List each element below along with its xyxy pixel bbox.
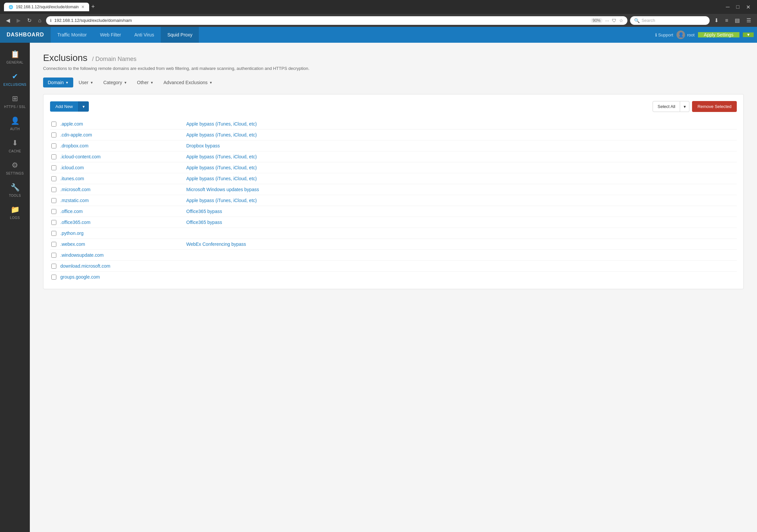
domain-row: download.microsoft.com bbox=[50, 261, 737, 272]
domain-description: Apple bypass (iTunes, iCloud, etc) bbox=[186, 198, 257, 203]
domain-name[interactable]: groups.google.com bbox=[60, 274, 186, 280]
tools-icon: 🔧 bbox=[11, 183, 20, 192]
sidebar-toggle-button[interactable]: ▤ bbox=[733, 16, 742, 25]
domain-name[interactable]: .dropbox.com bbox=[60, 143, 186, 148]
domain-row: .python.org bbox=[50, 228, 737, 239]
tab-user[interactable]: User ▼ bbox=[74, 78, 98, 87]
domain-checkbox[interactable] bbox=[51, 231, 56, 236]
menu-button[interactable]: ☰ bbox=[744, 16, 753, 25]
domain-row: groups.google.com bbox=[50, 272, 737, 282]
forward-button[interactable]: ▶ bbox=[15, 16, 23, 25]
domain-name[interactable]: .cdn-apple.com bbox=[60, 132, 186, 137]
tabs: Domain ▼ User ▼ Category ▼ Other ▼ Advan… bbox=[43, 78, 744, 87]
library-button[interactable]: ≡ bbox=[723, 16, 730, 25]
tab-advanced-exclusions[interactable]: Advanced Exclusions ▼ bbox=[159, 78, 217, 87]
tab-other[interactable]: Other ▼ bbox=[132, 78, 158, 87]
select-all-arrow-button[interactable]: ▼ bbox=[680, 101, 689, 112]
domain-description: Office365 bypass bbox=[186, 220, 222, 225]
cache-icon: ⬇ bbox=[12, 139, 18, 147]
tab-domain-arrow: ▼ bbox=[65, 81, 69, 84]
reload-button[interactable]: ↻ bbox=[25, 16, 33, 25]
sidebar-item-logs[interactable]: 📁 LOGS bbox=[0, 201, 30, 224]
domain-checkbox[interactable] bbox=[51, 220, 56, 225]
add-new-arrow-button[interactable]: ▼ bbox=[78, 101, 89, 112]
tab-user-arrow: ▼ bbox=[90, 81, 93, 84]
nav-anti-virus[interactable]: Anti Virus bbox=[128, 27, 161, 43]
domain-row: .office.comOffice365 bypass bbox=[50, 206, 737, 217]
sidebar-item-general[interactable]: 📋 GENERAL bbox=[0, 46, 30, 68]
sidebar-item-exclusions[interactable]: ✔ EXCLUSIONS bbox=[0, 68, 30, 90]
domain-checkbox[interactable] bbox=[51, 253, 56, 258]
tab-domain[interactable]: Domain ▼ bbox=[43, 78, 73, 87]
auth-icon: 👤 bbox=[11, 117, 20, 125]
home-button[interactable]: ⌂ bbox=[36, 16, 43, 25]
url-bar[interactable]: ℹ 192.168.1.12/squid/exclude/domain/nam … bbox=[46, 16, 627, 25]
domain-name[interactable]: .office.com bbox=[60, 209, 186, 214]
domain-description: Apple bypass (iTunes, iCloud, etc) bbox=[186, 132, 257, 137]
domain-checkbox[interactable] bbox=[51, 176, 56, 181]
select-all-button[interactable]: Select All bbox=[653, 101, 680, 112]
domain-list: .apple.comApple bypass (iTunes, iCloud, … bbox=[50, 119, 737, 282]
url-info-icon: ℹ bbox=[50, 18, 52, 23]
domain-checkbox[interactable] bbox=[51, 198, 56, 203]
user-name: root bbox=[687, 32, 694, 37]
support-link[interactable]: ℹ Support bbox=[655, 32, 673, 37]
domain-name[interactable]: .itunes.com bbox=[60, 176, 186, 181]
domain-checkbox[interactable] bbox=[51, 143, 56, 148]
domain-checkbox[interactable] bbox=[51, 122, 56, 127]
url-shield-icon: 🛡 bbox=[612, 18, 616, 23]
domain-name[interactable]: .mzstatic.com bbox=[60, 198, 186, 203]
domain-description: Apple bypass (iTunes, iCloud, etc) bbox=[186, 165, 257, 170]
downloads-button[interactable]: ⬇ bbox=[712, 16, 721, 25]
domain-checkbox[interactable] bbox=[51, 187, 56, 192]
domain-name[interactable]: .python.org bbox=[60, 231, 186, 236]
browser-search-bar[interactable]: 🔍 Search bbox=[630, 16, 710, 25]
page-header: Exclusions / Domain Names Connections to… bbox=[43, 53, 744, 71]
app-logo: DASHBOARD bbox=[0, 27, 51, 43]
nav-squid-proxy[interactable]: Squid Proxy bbox=[161, 27, 199, 43]
domain-checkbox[interactable] bbox=[51, 154, 56, 159]
remove-selected-button[interactable]: Remove Selected bbox=[692, 101, 737, 112]
sidebar-item-https-ssl[interactable]: ⊞ HTTPS / SSL bbox=[0, 90, 30, 113]
url-options-icon[interactable]: ··· bbox=[605, 18, 609, 23]
domain-name[interactable]: .icloud-content.com bbox=[60, 154, 186, 159]
domain-name[interactable]: .webex.com bbox=[60, 241, 186, 247]
url-bookmark-icon[interactable]: ☆ bbox=[619, 18, 623, 23]
sidebar-item-cache[interactable]: ⬇ CACHE bbox=[0, 135, 30, 157]
domain-checkbox[interactable] bbox=[51, 242, 56, 247]
domain-name[interactable]: .microsoft.com bbox=[60, 187, 186, 192]
window-maximize-button[interactable]: □ bbox=[733, 3, 742, 11]
domain-name[interactable]: .office365.com bbox=[60, 220, 186, 225]
window-close-button[interactable]: ✕ bbox=[743, 3, 753, 11]
nav-traffic-monitor[interactable]: Traffic Monitor bbox=[51, 27, 93, 43]
domain-row: .dropbox.comDropbox bypass bbox=[50, 140, 737, 151]
new-tab-button[interactable]: + bbox=[91, 3, 95, 11]
apply-settings-button[interactable]: Apply Settings bbox=[698, 32, 740, 37]
domain-name[interactable]: download.microsoft.com bbox=[60, 263, 186, 269]
sidebar-item-settings[interactable]: ⚙ SETTINGS bbox=[0, 157, 30, 179]
domain-checkbox[interactable] bbox=[51, 133, 56, 137]
domain-description: Microsoft Windows updates bypass bbox=[186, 187, 259, 192]
domain-checkbox[interactable] bbox=[51, 165, 56, 170]
back-button[interactable]: ◀ bbox=[4, 16, 12, 25]
sidebar-item-auth[interactable]: 👤 AUTH bbox=[0, 113, 30, 135]
domain-checkbox[interactable] bbox=[51, 209, 56, 214]
nav-web-filter[interactable]: Web Filter bbox=[93, 27, 128, 43]
tab-close-icon[interactable]: ✕ bbox=[81, 5, 85, 9]
table-toolbar: Add New ▼ Select All ▼ Remove Selected bbox=[50, 101, 737, 112]
page-subtitle: / Domain Names bbox=[92, 56, 137, 62]
domain-checkbox[interactable] bbox=[51, 264, 56, 269]
window-minimize-button[interactable]: ─ bbox=[723, 3, 732, 11]
https-ssl-icon: ⊞ bbox=[12, 94, 18, 103]
domain-name[interactable]: .windowsupdate.com bbox=[60, 252, 186, 258]
add-new-button[interactable]: Add New bbox=[50, 101, 78, 112]
domain-name[interactable]: .icloud.com bbox=[60, 165, 186, 170]
tab-category[interactable]: Category ▼ bbox=[99, 78, 132, 87]
domain-checkbox[interactable] bbox=[51, 275, 56, 280]
add-new-button-group: Add New ▼ bbox=[50, 101, 89, 112]
apply-settings-arrow[interactable]: ▼ bbox=[743, 32, 754, 37]
sidebar-item-tools[interactable]: 🔧 TOOLS bbox=[0, 179, 30, 201]
user-menu[interactable]: 👤 root bbox=[676, 30, 694, 39]
domain-name[interactable]: .apple.com bbox=[60, 121, 186, 127]
search-placeholder: Search bbox=[642, 18, 655, 23]
